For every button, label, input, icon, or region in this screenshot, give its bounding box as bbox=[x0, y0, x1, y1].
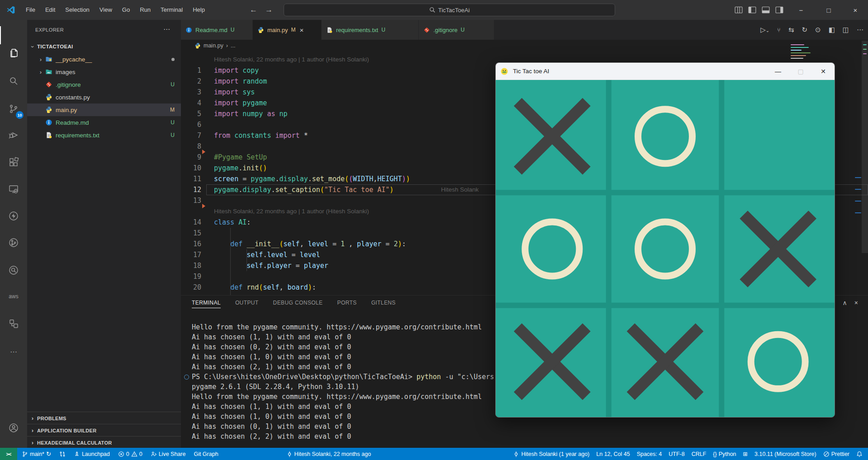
section-problems[interactable]: › PROBLEMS bbox=[27, 412, 181, 424]
encoding-item[interactable]: UTF-8 bbox=[669, 451, 684, 457]
accounts-icon[interactable] bbox=[5, 420, 22, 436]
board-cell-1-0[interactable] bbox=[496, 192, 609, 305]
thunder-client-icon[interactable] bbox=[5, 208, 22, 224]
blame-item-right[interactable]: Hitesh Solanki (1 year ago) bbox=[513, 451, 589, 457]
extensions-icon[interactable] bbox=[5, 154, 22, 170]
minimap[interactable] bbox=[791, 43, 815, 61]
toggle-secondary-sidebar-icon[interactable] bbox=[775, 6, 783, 14]
sync-changes-icon[interactable]: ↻ bbox=[46, 451, 51, 457]
run-python-file-button[interactable]: ▷⌄ bbox=[760, 26, 769, 34]
window-close-button[interactable]: × bbox=[843, 0, 868, 20]
branch-label: main* bbox=[30, 451, 44, 457]
more-views-icon[interactable]: ⋯ bbox=[5, 343, 22, 360]
window-maximize-button[interactable]: □ bbox=[816, 0, 841, 20]
explorer-item-readme-md[interactable]: Readme.mdU bbox=[27, 116, 181, 129]
editor-scrollbar[interactable] bbox=[862, 41, 868, 253]
notifications-bell-icon[interactable] bbox=[856, 451, 863, 457]
menu-run[interactable]: Run bbox=[135, 0, 156, 20]
game-maximize-button[interactable]: ▢ bbox=[789, 63, 812, 80]
menu-terminal[interactable]: Terminal bbox=[156, 0, 188, 20]
explorer-more-actions-icon[interactable]: ⋯ bbox=[163, 25, 170, 33]
command-center-search[interactable]: TicTacToeAi bbox=[284, 4, 615, 16]
game-minimize-button[interactable]: — bbox=[767, 63, 789, 80]
remote-explorer-icon[interactable] bbox=[5, 181, 22, 197]
explorer-item-requirements-txt[interactable]: requirements.txtU bbox=[27, 129, 181, 141]
panel-close-icon[interactable]: × bbox=[854, 299, 858, 306]
panel-tab-output[interactable]: OUTPUT bbox=[235, 300, 259, 308]
eol-item[interactable]: CRLF bbox=[692, 451, 707, 457]
more-editor-actions-icon[interactable]: ⋯ bbox=[857, 26, 863, 34]
customize-layout-icon[interactable] bbox=[735, 6, 743, 14]
toggle-panel-icon[interactable] bbox=[762, 6, 770, 14]
source-control-icon[interactable]: 10 bbox=[5, 101, 22, 117]
python-package-icon[interactable]: ⊞ bbox=[743, 451, 748, 457]
tab-requirements-txt[interactable]: requirements.txtU bbox=[322, 20, 419, 40]
live-share-item[interactable]: Live Share bbox=[151, 451, 186, 457]
git-graph-item[interactable]: Git Graph bbox=[194, 451, 218, 457]
nav-forward-arrow[interactable]: → bbox=[265, 0, 273, 20]
menu-edit[interactable]: Edit bbox=[40, 0, 60, 20]
board-cell-0-2[interactable] bbox=[721, 80, 835, 192]
panel-tab-debug-console[interactable]: DEBUG CONSOLE bbox=[273, 300, 323, 308]
tab-close-icon[interactable]: × bbox=[300, 26, 304, 34]
split-editor-icon[interactable]: ◫ bbox=[843, 26, 849, 34]
aws-icon[interactable]: aws bbox=[5, 288, 22, 305]
board-canvas[interactable] bbox=[496, 80, 835, 418]
window-minimize-button[interactable]: − bbox=[788, 0, 814, 20]
breadcrumb-more[interactable]: ... bbox=[231, 42, 235, 49]
open-changes-icon[interactable]: ⇆ bbox=[788, 26, 794, 34]
project-manager-icon[interactable] bbox=[5, 315, 22, 332]
git-compare-icon[interactable] bbox=[59, 451, 66, 457]
tab-main-py[interactable]: main.pyM× bbox=[253, 20, 322, 40]
explorer-item-constants-py[interactable]: constants.py bbox=[27, 91, 181, 103]
toggle-sidebar-icon[interactable] bbox=[748, 6, 756, 14]
indentation-item[interactable]: Spaces: 4 bbox=[637, 451, 662, 457]
cursor-position-item[interactable]: Ln 12, Col 45 bbox=[596, 451, 630, 457]
explorer-root-folder[interactable]: › TICTACTOEAI bbox=[27, 41, 181, 52]
section-application-builder[interactable]: › APPLICATION BUILDER bbox=[27, 424, 181, 437]
explorer-item-main-py[interactable]: main.pyM bbox=[27, 103, 181, 116]
sync-icon[interactable]: ↻ bbox=[802, 26, 807, 34]
menu-help[interactable]: Help bbox=[188, 0, 210, 20]
run-all-icon[interactable]: ⊙ bbox=[815, 26, 821, 34]
git-branch-item[interactable]: main* ↻ bbox=[22, 451, 51, 457]
gitlens-inspect-icon[interactable] bbox=[5, 262, 22, 278]
remote-indicator[interactable]: >< bbox=[0, 448, 17, 460]
source-control-action-icon[interactable]: ⑂ bbox=[777, 27, 781, 33]
section-hexadecimal-calculator[interactable]: › HEXADECIMAL CALCULATOR bbox=[27, 436, 181, 449]
layout-icon[interactable]: ◧ bbox=[829, 26, 835, 34]
language-mode-item[interactable]: {} Python bbox=[713, 451, 736, 457]
problems-item[interactable]: 0 0 bbox=[118, 451, 142, 457]
explorer-icon[interactable] bbox=[5, 45, 22, 61]
run-debug-icon[interactable] bbox=[5, 127, 22, 143]
board-cell-0-1[interactable] bbox=[609, 80, 722, 192]
interpreter-item[interactable]: 3.10.11 (Microsoft Store) bbox=[754, 451, 816, 457]
formatter-item[interactable]: Prettier bbox=[823, 451, 849, 457]
explorer-item--pycache-[interactable]: ›__pycache__ bbox=[27, 53, 181, 66]
panel-maximize-icon[interactable]: ∧ bbox=[843, 299, 847, 306]
explorer-item-images[interactable]: ›images bbox=[27, 66, 181, 78]
panel-tab-ports[interactable]: PORTS bbox=[337, 300, 357, 308]
board-cell-1-1[interactable] bbox=[609, 192, 722, 305]
game-window-title-bar[interactable]: Tic Tac toe AI — ▢ ✕ bbox=[496, 63, 835, 80]
menu-go[interactable]: Go bbox=[117, 0, 135, 20]
search-view-icon[interactable] bbox=[5, 73, 22, 89]
menu-selection[interactable]: Selection bbox=[60, 0, 94, 20]
blame-item-left[interactable]: Hitesh Solanki, 22 months ago bbox=[286, 451, 371, 457]
menu-file[interactable]: File bbox=[21, 0, 40, 20]
file-label: __pycache__ bbox=[56, 56, 92, 63]
launchpad-item[interactable]: Launchpad bbox=[74, 451, 110, 457]
panel-tab-gitlens[interactable]: GITLENS bbox=[371, 300, 396, 308]
explorer-item--gitignore[interactable]: .gitignoreU bbox=[27, 78, 181, 91]
gitlens-icon[interactable] bbox=[5, 235, 22, 251]
nav-back-arrow[interactable]: ← bbox=[250, 0, 257, 20]
tab-readme-md[interactable]: Readme.mdU bbox=[181, 20, 253, 40]
game-close-button[interactable]: ✕ bbox=[812, 63, 835, 80]
breadcrumb[interactable]: main.py › ... bbox=[181, 40, 868, 52]
panel-tab-terminal[interactable]: TERMINAL bbox=[192, 300, 221, 308]
tab--gitignore[interactable]: .gitignoreU bbox=[419, 20, 494, 40]
game-board[interactable] bbox=[496, 80, 835, 418]
board-cell-2-2[interactable] bbox=[721, 305, 835, 418]
menu-view[interactable]: View bbox=[95, 0, 117, 20]
breadcrumb-file[interactable]: main.py bbox=[204, 42, 223, 49]
